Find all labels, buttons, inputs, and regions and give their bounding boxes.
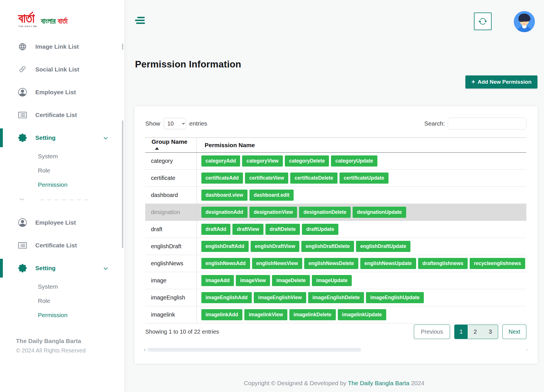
add-new-permission-button[interactable]: + Add New Permission <box>465 75 537 89</box>
permission-badge: englishDraftAdd <box>201 241 249 252</box>
sidebar-subitem-permission[interactable]: Permission <box>0 178 124 192</box>
table-row-category: categorycategoryAddcategoryViewcategoryD… <box>145 153 526 170</box>
footer-brand-link[interactable]: The Daily Bangla Barta <box>348 380 409 386</box>
table-row-imagelink: imagelinkimagelinkAddimagelinkViewimagel… <box>145 306 526 323</box>
permission-badge: imageEnglishView <box>254 292 306 303</box>
permission-badge: imagelinkView <box>244 309 287 320</box>
brand-logo-secondary: বাংলার বার্তা <box>41 17 68 28</box>
permission-badge: certificateView <box>245 173 288 184</box>
sidebar-item-label: Social Link List <box>35 66 79 73</box>
horizontal-scrollbar-thumb[interactable] <box>148 348 361 352</box>
hamburger-menu-icon[interactable] <box>135 16 145 26</box>
permission-badge: draftUpdate <box>302 224 338 235</box>
sidebar-item-certificate-list[interactable]: Certificate List <box>0 104 124 126</box>
permission-badge: certificateUpdate <box>340 173 388 184</box>
sidebar-scrollbar-thumb[interactable] <box>122 120 123 248</box>
main-content: Permission Information + Add New Permiss… <box>124 0 544 392</box>
permission-badge: imagelinkUpdate <box>338 309 386 320</box>
permission-badge: englishNewsUpdate <box>360 258 416 269</box>
group-name-cell: designation <box>145 204 197 221</box>
pagination-next-button[interactable]: Next <box>502 325 526 339</box>
permission-table: Group Name Permission Name categorycateg… <box>145 137 526 323</box>
sidebar-subitem-system[interactable]: System <box>0 280 124 294</box>
sidebar-subitem-role[interactable]: Role <box>0 163 124 178</box>
permission-badges-cell: designationAdddesignationViewdesignation… <box>197 204 526 221</box>
gear-icon <box>18 134 27 142</box>
permission-badge: englishDraftUpdate <box>356 241 410 252</box>
user-avatar[interactable] <box>514 11 535 32</box>
sidebar-item-setting[interactable]: Setting <box>0 126 124 149</box>
footer-copyright-text: Copyright © Designed & Developed by <box>244 380 348 386</box>
permission-badge: categoryUpdate <box>331 155 377 167</box>
sidebar-subitem-system[interactable]: System <box>0 149 124 163</box>
permission-badge: draftAdd <box>201 224 231 235</box>
pagination-page-2[interactable]: 2 <box>468 325 483 339</box>
sidebar-item-label: Employee List <box>35 219 76 226</box>
sidebar-item-employee-list[interactable]: Employee List <box>0 81 124 104</box>
sidebar-footer: The Daily Bangla Barta © 2024 All Rights… <box>16 338 86 354</box>
permission-badge: imageUpdate <box>312 275 352 286</box>
sidebar-item-employee-list[interactable]: Employee List <box>0 211 124 234</box>
sidebar-item-image-link-list[interactable]: Image Link List <box>0 35 124 58</box>
search-input[interactable] <box>448 118 526 130</box>
permission-badge: designationView <box>249 207 297 218</box>
globe-icon <box>18 42 27 51</box>
horizontal-scrollbar[interactable] <box>145 347 526 352</box>
partial-menu-item <box>0 192 124 208</box>
permission-badge: imageDelete <box>272 275 310 286</box>
permission-badge: categoryView <box>242 155 283 167</box>
pagination-page-3[interactable]: 3 <box>483 325 498 339</box>
table-row-designation: designationdesignationAdddesignationView… <box>145 204 526 221</box>
sidebar-subitem-role[interactable]: Role <box>0 294 124 308</box>
plus-icon: + <box>471 79 475 85</box>
sidebar-footer-copyright: © 2024 All Rights Reserved <box>16 347 86 354</box>
entries-summary: Showing 1 to 10 of 22 entries <box>145 329 219 335</box>
table-row-imageenglish: imageEnglishimageEnglishAddimageEnglishV… <box>145 289 526 306</box>
table-row-dashboard: dashboarddashboard.viewdashboard.edit <box>145 187 526 204</box>
permission-badges-cell: imagelinkAddimagelinkViewimagelinkDelete… <box>197 306 526 323</box>
pagination-previous-button[interactable]: Previous <box>414 325 450 339</box>
refresh-button[interactable] <box>474 13 492 30</box>
person-circle-icon <box>18 88 27 97</box>
sidebar-item-setting[interactable]: Setting <box>0 257 124 280</box>
scroll-left-arrow-icon[interactable] <box>144 348 145 351</box>
permission-badge: englishDraftDelete <box>301 241 354 252</box>
permission-badge: designationUpdate <box>353 207 406 218</box>
app-root: বার্তা THE DAILY BB বাংলার বার্তা Image … <box>0 0 544 392</box>
refresh-icon <box>478 17 487 26</box>
table-row-draft: draftdraftAdddraftViewdraftDeletedraftUp… <box>145 221 526 238</box>
permission-badges-cell: categoryAddcategoryViewcategoryDeletecat… <box>197 153 526 170</box>
brand-logo[interactable]: বার্তা THE DAILY BB বাংলার বার্তা <box>18 13 68 28</box>
permission-badge: imageAdd <box>201 275 234 286</box>
column-header-permission-name[interactable]: Permission Name <box>197 138 526 153</box>
scroll-right-arrow-icon[interactable] <box>526 348 528 351</box>
permission-badges-cell: certificateAddcertificateViewcertificate… <box>197 170 526 187</box>
group-name-cell: category <box>145 153 197 170</box>
sidebar-item-certificate-list[interactable]: Certificate List <box>0 234 124 257</box>
permission-badge: imageView <box>236 275 270 286</box>
permission-badges-cell: draftAdddraftViewdraftDeletedraftUpdate <box>197 221 526 238</box>
chevron-down-icon <box>103 266 108 271</box>
pagination-pages: 123 <box>454 325 498 339</box>
sidebar-nav: Image Link ListSocial Link ListEmployee … <box>0 35 124 322</box>
permission-badge: imageEnglishAdd <box>201 292 252 303</box>
permission-badge: draftView <box>232 224 263 235</box>
permission-badge: englishNewsView <box>252 258 302 269</box>
permission-badges-cell: englishNewsAddenglishNewsViewenglishNews… <box>197 255 526 272</box>
pagination-page-1[interactable]: 1 <box>455 325 468 339</box>
sidebar-subitem-permission[interactable]: Permission <box>0 308 124 322</box>
sidebar-item-label: Setting <box>35 134 56 141</box>
page-title: Permission Information <box>135 59 241 70</box>
sidebar-scrollbar[interactable] <box>122 0 124 392</box>
column-header-group-name[interactable]: Group Name <box>145 138 197 153</box>
sort-ascending-icon <box>155 147 159 150</box>
entries-label: entries <box>189 120 207 127</box>
sidebar-item-social-link-list[interactable]: Social Link List <box>0 58 124 81</box>
permission-badge: certificateDelete <box>290 173 337 184</box>
sidebar: বার্তা THE DAILY BB বাংলার বার্তা Image … <box>0 0 124 392</box>
group-name-cell: englishDraft <box>145 238 197 255</box>
group-name-cell: draft <box>145 221 197 238</box>
sidebar-scrollbar-thumb[interactable] <box>122 44 123 50</box>
page-size-select[interactable]: 10 <box>164 118 186 129</box>
sidebar-item-label: Employee List <box>35 89 76 96</box>
